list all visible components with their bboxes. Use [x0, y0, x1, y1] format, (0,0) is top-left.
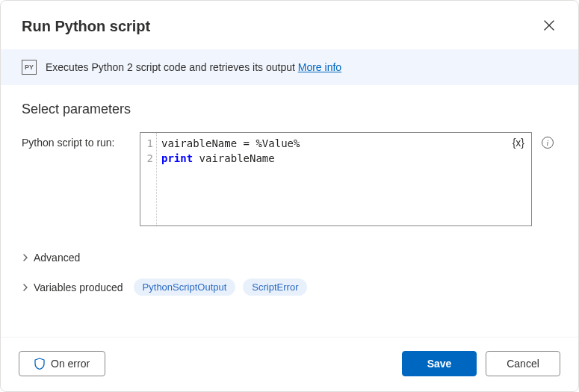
close-icon — [544, 20, 554, 31]
code-editor-wrap: 1 2 vairableName = %Value% print vairabl… — [140, 132, 532, 226]
description-bar: PY Executes Python 2 script code and ret… — [1, 49, 578, 85]
dialog-title: Run Python script — [22, 18, 150, 35]
dialog-footer: On error Save Cancel — [1, 337, 578, 391]
description-text: Executes Python 2 script code and retrie… — [46, 61, 341, 73]
chip-script-error[interactable]: ScriptError — [243, 279, 307, 296]
variable-chips: PythonScriptOutput ScriptError — [134, 279, 308, 296]
chevron-right-icon — [22, 252, 29, 264]
code-body[interactable]: vairableName = %Value% print vairableNam… — [157, 133, 531, 225]
chip-python-script-output[interactable]: PythonScriptOutput — [134, 279, 236, 296]
close-button[interactable] — [541, 17, 557, 36]
variables-produced-toggle[interactable]: Variables produced PythonScriptOutput Sc… — [22, 271, 557, 303]
info-icon[interactable]: i — [542, 137, 554, 149]
dialog-run-python-script: Run Python script PY Executes Python 2 s… — [0, 0, 579, 392]
cancel-button[interactable]: Cancel — [486, 351, 560, 376]
parameters-heading: Select parameters — [22, 102, 557, 117]
variables-produced-label: Variables produced — [34, 281, 123, 293]
shield-icon — [34, 358, 45, 370]
dialog-content: Select parameters Python script to run: … — [1, 85, 578, 337]
more-info-link[interactable]: More info — [298, 61, 341, 73]
line-gutter: 1 2 — [140, 133, 157, 225]
insert-variable-button[interactable]: {x} — [513, 137, 524, 149]
python-script-editor[interactable]: 1 2 vairableName = %Value% print vairabl… — [140, 132, 532, 226]
script-row: Python script to run: 1 2 vairableName =… — [22, 132, 557, 226]
python-badge-icon: PY — [22, 60, 37, 75]
on-error-button[interactable]: On error — [19, 351, 105, 376]
info-icon-wrap: i — [538, 132, 557, 149]
chevron-right-icon — [22, 281, 29, 293]
dialog-header: Run Python script — [1, 1, 578, 49]
save-button[interactable]: Save — [402, 351, 477, 376]
advanced-section-toggle[interactable]: Advanced — [22, 244, 557, 271]
advanced-label: Advanced — [34, 252, 80, 264]
script-label: Python script to run: — [22, 132, 134, 149]
